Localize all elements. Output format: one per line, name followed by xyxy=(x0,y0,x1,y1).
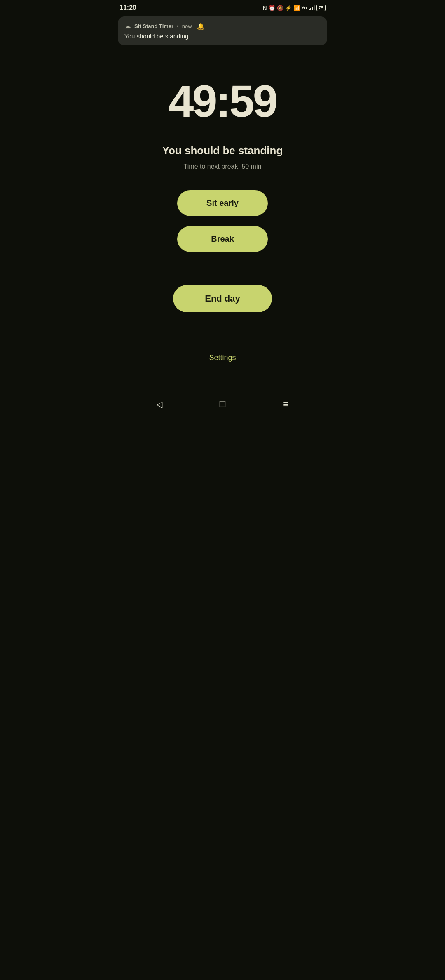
notification-time: now xyxy=(182,23,192,29)
status-bar: 11:20 N ⏰ 🔕 ⚡ 📶 Yo 75 xyxy=(111,0,334,15)
back-button[interactable] xyxy=(148,396,171,413)
home-button[interactable] xyxy=(211,396,234,413)
nfc-icon: N xyxy=(263,5,267,11)
notification-header: ☁ Sit Stand Timer • now 🔔 xyxy=(124,22,321,30)
menu-button[interactable] xyxy=(275,395,297,413)
mute-icon: 🔕 xyxy=(277,5,283,11)
notification-app-name: Sit Stand Timer xyxy=(134,23,173,29)
main-content: 49:59 You should be standing Time to nex… xyxy=(111,45,334,362)
status-icons: N ⏰ 🔕 ⚡ 📶 Yo 75 xyxy=(263,5,326,11)
break-button[interactable]: Break xyxy=(177,226,268,252)
settings-button[interactable]: Settings xyxy=(209,353,236,362)
status-time: 11:20 xyxy=(119,4,136,12)
timer-display: 49:59 xyxy=(169,78,276,124)
wifi-icon: 📶 xyxy=(293,5,300,11)
notification-message: You should be standing xyxy=(124,33,321,40)
alarm-icon: ⏰ xyxy=(269,5,275,11)
bluetooth-icon: ⚡ xyxy=(285,5,292,11)
battery-indicator: 75 xyxy=(316,5,326,11)
next-break-text: Time to next break: 50 min xyxy=(184,163,262,170)
notification-card: ☁ Sit Stand Timer • now 🔔 You should be … xyxy=(118,16,327,45)
signal-icon xyxy=(309,5,315,10)
sit-early-button[interactable]: Sit early xyxy=(177,190,268,216)
bottom-nav xyxy=(111,387,334,426)
end-day-button[interactable]: End day xyxy=(173,285,272,312)
notification-app-icon: ☁ xyxy=(124,22,131,30)
notification-separator: • xyxy=(177,23,179,29)
notification-bell-icon: 🔔 xyxy=(197,23,205,30)
status-heading: You should be standing xyxy=(162,144,283,157)
network-type-icon: Yo xyxy=(302,5,307,10)
